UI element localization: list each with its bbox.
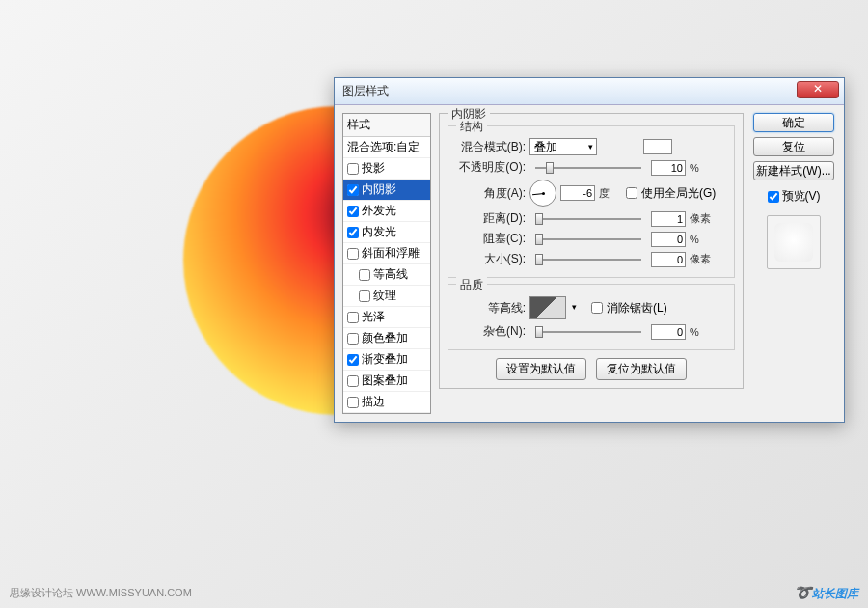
angle-input[interactable] [560, 185, 595, 201]
style-item-drop-shadow[interactable]: 投影 [343, 158, 430, 180]
style-item-inner-glow[interactable]: 内发光 [343, 222, 430, 243]
cancel-button[interactable]: 复位 [753, 137, 834, 156]
contour-label: 等高线: [456, 300, 526, 317]
style-item-contour[interactable]: 等高线 [343, 264, 430, 286]
slider-thumb[interactable] [535, 213, 543, 225]
layer-style-dialog: 图层样式 ✕ 样式 混合选项:自定 投影 内阴影 外发光 内发光 斜面和浮雕 等… [334, 77, 845, 423]
checkbox[interactable] [347, 397, 359, 408]
preview-thumbnail [767, 215, 821, 269]
structure-legend: 结构 [456, 119, 487, 135]
choke-unit: % [690, 234, 713, 245]
style-item-pattern-overlay[interactable]: 图案叠加 [343, 371, 430, 392]
opacity-label: 不透明度(O): [456, 159, 526, 176]
checkbox[interactable] [347, 184, 359, 196]
checkbox[interactable] [359, 290, 370, 302]
quality-group: 品质 等高线: 消除锯齿(L) 杂色(N): % [448, 284, 735, 350]
slider-thumb[interactable] [546, 162, 554, 174]
checkbox[interactable] [359, 269, 370, 281]
style-item-color-overlay[interactable]: 颜色叠加 [343, 328, 430, 349]
make-default-button[interactable]: 设置为默认值 [496, 358, 586, 380]
new-style-button[interactable]: 新建样式(W)... [753, 161, 834, 180]
style-item-inner-shadow[interactable]: 内阴影 [343, 180, 430, 201]
choke-label: 阻塞(C): [456, 231, 526, 247]
style-item-gradient-overlay[interactable]: 渐变叠加 [343, 349, 430, 371]
checkbox[interactable] [347, 354, 359, 366]
opacity-unit: % [690, 162, 713, 174]
global-light-checkbox[interactable] [626, 187, 637, 199]
slider-thumb[interactable] [535, 254, 543, 265]
size-label: 大小(S): [456, 251, 526, 267]
size-unit: 像素 [690, 252, 713, 266]
close-button[interactable]: ✕ [797, 81, 839, 98]
antialias-label: 消除锯齿(L) [607, 300, 667, 317]
titlebar[interactable]: 图层样式 ✕ [335, 78, 844, 105]
checkbox[interactable] [347, 333, 359, 345]
style-item-bevel[interactable]: 斜面和浮雕 [343, 243, 430, 264]
checkbox[interactable] [347, 312, 359, 323]
preview-label: 预览(V) [782, 188, 821, 205]
size-slider[interactable] [535, 259, 641, 261]
styles-list: 样式 混合选项:自定 投影 内阴影 外发光 内发光 斜面和浮雕 等高线 纹理 光… [342, 113, 431, 414]
opacity-slider[interactable] [535, 167, 641, 169]
shadow-color-swatch[interactable] [643, 139, 672, 154]
distance-slider[interactable] [535, 218, 641, 220]
footer-credit-left: 思缘设计论坛 WWW.MISSYUAN.COM [10, 586, 192, 600]
slider-thumb[interactable] [535, 234, 543, 245]
choke-slider[interactable] [535, 238, 641, 240]
checkbox[interactable] [347, 227, 359, 238]
noise-input[interactable] [651, 324, 686, 340]
preview-checkbox[interactable] [768, 191, 779, 203]
close-icon: ✕ [813, 82, 823, 96]
action-panel: 确定 复位 新建样式(W)... 预览(V) [751, 113, 836, 414]
distance-unit: 像素 [690, 211, 713, 226]
inner-shadow-fieldset: 内阴影 结构 混合模式(B): 叠加 不透明度(O): % [439, 113, 744, 389]
angle-unit: 度 [599, 186, 622, 201]
swoosh-icon: ➰ [794, 584, 812, 600]
style-item-texture[interactable]: 纹理 [343, 286, 430, 307]
structure-group: 结构 混合模式(B): 叠加 不透明度(O): % 角度(A [448, 125, 735, 278]
checkbox[interactable] [347, 206, 359, 217]
blend-mode-label: 混合模式(B): [456, 139, 526, 155]
size-input[interactable] [651, 252, 686, 267]
contour-picker[interactable] [529, 296, 566, 319]
checkbox[interactable] [347, 375, 359, 387]
settings-panel: 内阴影 结构 混合模式(B): 叠加 不透明度(O): % [439, 113, 744, 414]
style-item-stroke[interactable]: 描边 [343, 392, 430, 413]
style-item-outer-glow[interactable]: 外发光 [343, 201, 430, 222]
global-light-label: 使用全局光(G) [641, 185, 716, 202]
checkbox[interactable] [347, 248, 359, 260]
distance-input[interactable] [651, 211, 686, 227]
distance-label: 距离(D): [456, 210, 526, 227]
blend-options-row[interactable]: 混合选项:自定 [343, 137, 430, 158]
styles-header[interactable]: 样式 [343, 114, 430, 137]
style-item-satin[interactable]: 光泽 [343, 307, 430, 328]
noise-slider[interactable] [535, 331, 641, 333]
angle-label: 角度(A): [456, 185, 526, 202]
noise-label: 杂色(N): [456, 323, 526, 340]
blend-mode-dropdown[interactable]: 叠加 [529, 138, 597, 155]
reset-default-button[interactable]: 复位为默认值 [596, 358, 687, 380]
dialog-title: 图层样式 [342, 83, 389, 99]
opacity-input[interactable] [651, 160, 686, 176]
ok-button[interactable]: 确定 [753, 113, 834, 132]
footer-credit-right: ➰站长图库 [794, 584, 858, 602]
dialog-body: 样式 混合选项:自定 投影 内阴影 外发光 内发光 斜面和浮雕 等高线 纹理 光… [335, 105, 844, 422]
choke-input[interactable] [651, 232, 686, 247]
checkbox[interactable] [347, 163, 359, 175]
angle-dial[interactable] [529, 180, 556, 207]
antialias-checkbox[interactable] [591, 302, 603, 314]
quality-legend: 品质 [456, 277, 487, 293]
slider-thumb[interactable] [535, 326, 543, 338]
noise-unit: % [690, 326, 713, 338]
